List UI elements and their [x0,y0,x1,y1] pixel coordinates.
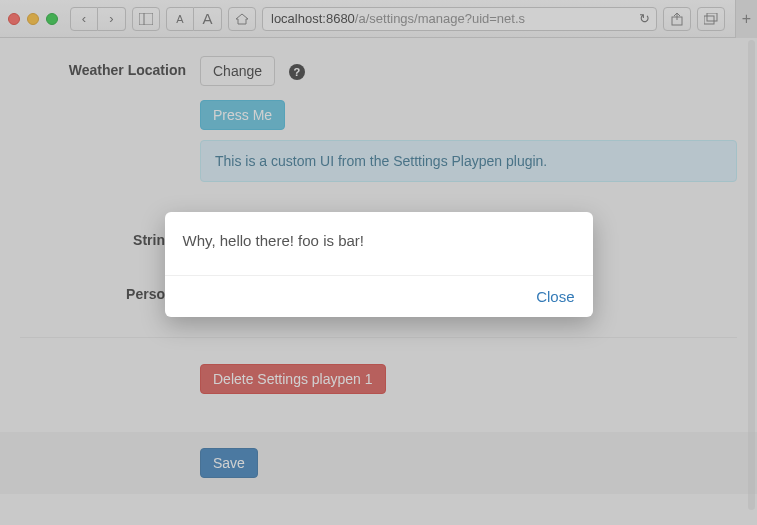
alert-dialog: Why, hello there! foo is bar! Close [165,212,593,317]
dialog-close-button[interactable]: Close [536,288,574,305]
dialog-message: Why, hello there! foo is bar! [165,212,593,275]
